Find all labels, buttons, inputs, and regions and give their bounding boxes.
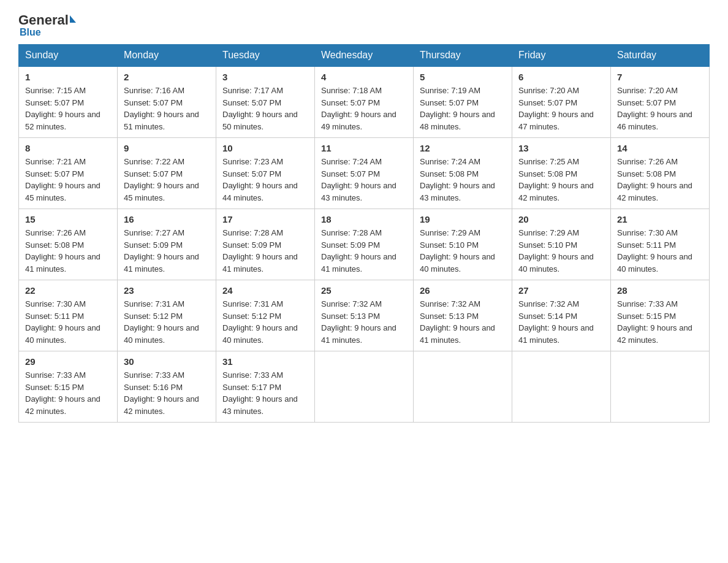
day-number: 20 xyxy=(518,214,604,224)
calendar-cell: 7 Sunrise: 7:20 AMSunset: 5:07 PMDayligh… xyxy=(611,66,710,138)
day-number: 21 xyxy=(617,214,703,224)
calendar-cell: 6 Sunrise: 7:20 AMSunset: 5:07 PMDayligh… xyxy=(512,66,611,138)
week-row-4: 22 Sunrise: 7:30 AMSunset: 5:11 PMDaylig… xyxy=(19,280,710,351)
calendar-cell: 25 Sunrise: 7:32 AMSunset: 5:13 PMDaylig… xyxy=(315,280,414,351)
header-thursday: Thursday xyxy=(414,45,512,67)
day-number: 10 xyxy=(222,143,308,153)
calendar-cell xyxy=(611,351,710,423)
day-info: Sunrise: 7:15 AMSunset: 5:07 PMDaylight:… xyxy=(25,85,111,132)
day-number: 18 xyxy=(321,214,407,224)
day-number: 24 xyxy=(222,285,308,296)
day-number: 5 xyxy=(420,72,506,82)
day-info: Sunrise: 7:16 AMSunset: 5:07 PMDaylight:… xyxy=(124,85,210,132)
day-number: 30 xyxy=(124,356,210,367)
day-number: 1 xyxy=(25,72,111,82)
day-info: Sunrise: 7:17 AMSunset: 5:07 PMDaylight:… xyxy=(222,85,308,132)
calendar-table: SundayMondayTuesdayWednesdayThursdayFrid… xyxy=(18,44,710,423)
day-number: 26 xyxy=(420,285,506,296)
calendar-cell: 30 Sunrise: 7:33 AMSunset: 5:16 PMDaylig… xyxy=(118,351,216,423)
day-number: 22 xyxy=(25,285,111,296)
day-info: Sunrise: 7:21 AMSunset: 5:07 PMDaylight:… xyxy=(25,156,111,204)
day-info: Sunrise: 7:33 AMSunset: 5:16 PMDaylight:… xyxy=(124,369,210,417)
calendar-cell: 10 Sunrise: 7:23 AMSunset: 5:07 PMDaylig… xyxy=(216,138,315,209)
calendar-cell xyxy=(512,351,611,423)
day-info: Sunrise: 7:20 AMSunset: 5:07 PMDaylight:… xyxy=(617,85,703,132)
header-monday: Monday xyxy=(118,45,216,67)
day-number: 6 xyxy=(518,72,604,82)
calendar-cell: 14 Sunrise: 7:26 AMSunset: 5:08 PMDaylig… xyxy=(611,138,710,209)
calendar-cell xyxy=(315,351,414,423)
calendar-cell: 24 Sunrise: 7:31 AMSunset: 5:12 PMDaylig… xyxy=(216,280,315,351)
day-number: 9 xyxy=(124,143,210,153)
calendar-cell: 11 Sunrise: 7:24 AMSunset: 5:07 PMDaylig… xyxy=(315,138,414,209)
day-info: Sunrise: 7:24 AMSunset: 5:08 PMDaylight:… xyxy=(420,156,506,204)
calendar-cell: 21 Sunrise: 7:30 AMSunset: 5:11 PMDaylig… xyxy=(611,209,710,280)
day-info: Sunrise: 7:26 AMSunset: 5:08 PMDaylight:… xyxy=(25,227,111,275)
day-info: Sunrise: 7:32 AMSunset: 5:13 PMDaylight:… xyxy=(420,298,506,346)
calendar-cell: 15 Sunrise: 7:26 AMSunset: 5:08 PMDaylig… xyxy=(19,209,118,280)
day-number: 8 xyxy=(25,143,111,153)
day-info: Sunrise: 7:32 AMSunset: 5:13 PMDaylight:… xyxy=(321,298,407,346)
calendar-cell: 17 Sunrise: 7:28 AMSunset: 5:09 PMDaylig… xyxy=(216,209,315,280)
day-number: 14 xyxy=(617,143,703,153)
calendar-cell: 18 Sunrise: 7:28 AMSunset: 5:09 PMDaylig… xyxy=(315,209,414,280)
day-number: 12 xyxy=(420,143,506,153)
day-info: Sunrise: 7:29 AMSunset: 5:10 PMDaylight:… xyxy=(518,227,604,275)
day-number: 11 xyxy=(321,143,407,153)
week-row-5: 29 Sunrise: 7:33 AMSunset: 5:15 PMDaylig… xyxy=(19,351,710,423)
header-wednesday: Wednesday xyxy=(315,45,414,67)
logo: General Blue xyxy=(18,12,76,38)
calendar-cell: 23 Sunrise: 7:31 AMSunset: 5:12 PMDaylig… xyxy=(118,280,216,351)
week-row-1: 1 Sunrise: 7:15 AMSunset: 5:07 PMDayligh… xyxy=(19,66,710,138)
day-info: Sunrise: 7:28 AMSunset: 5:09 PMDaylight:… xyxy=(321,227,407,275)
calendar-cell: 26 Sunrise: 7:32 AMSunset: 5:13 PMDaylig… xyxy=(414,280,512,351)
day-number: 27 xyxy=(518,285,604,296)
logo-blue-text: Blue xyxy=(18,27,41,38)
day-number: 7 xyxy=(617,72,703,82)
calendar-cell: 19 Sunrise: 7:29 AMSunset: 5:10 PMDaylig… xyxy=(414,209,512,280)
day-info: Sunrise: 7:27 AMSunset: 5:09 PMDaylight:… xyxy=(124,227,210,275)
day-number: 31 xyxy=(222,356,308,367)
weekday-header-row: SundayMondayTuesdayWednesdayThursdayFrid… xyxy=(19,45,710,67)
calendar-cell: 1 Sunrise: 7:15 AMSunset: 5:07 PMDayligh… xyxy=(19,66,118,138)
day-info: Sunrise: 7:32 AMSunset: 5:14 PMDaylight:… xyxy=(518,298,604,346)
logo-general-text: General xyxy=(18,12,69,28)
day-info: Sunrise: 7:26 AMSunset: 5:08 PMDaylight:… xyxy=(617,156,703,204)
day-number: 15 xyxy=(25,214,111,224)
calendar-cell: 29 Sunrise: 7:33 AMSunset: 5:15 PMDaylig… xyxy=(19,351,118,423)
day-info: Sunrise: 7:29 AMSunset: 5:10 PMDaylight:… xyxy=(420,227,506,275)
day-info: Sunrise: 7:30 AMSunset: 5:11 PMDaylight:… xyxy=(617,227,703,275)
header-friday: Friday xyxy=(512,45,611,67)
page-header: General Blue xyxy=(18,12,710,38)
calendar-cell: 22 Sunrise: 7:30 AMSunset: 5:11 PMDaylig… xyxy=(19,280,118,351)
day-number: 3 xyxy=(222,72,308,82)
calendar-cell: 2 Sunrise: 7:16 AMSunset: 5:07 PMDayligh… xyxy=(118,66,216,138)
calendar-cell: 9 Sunrise: 7:22 AMSunset: 5:07 PMDayligh… xyxy=(118,138,216,209)
calendar-cell: 13 Sunrise: 7:25 AMSunset: 5:08 PMDaylig… xyxy=(512,138,611,209)
day-number: 13 xyxy=(518,143,604,153)
day-info: Sunrise: 7:28 AMSunset: 5:09 PMDaylight:… xyxy=(222,227,308,275)
calendar-cell: 12 Sunrise: 7:24 AMSunset: 5:08 PMDaylig… xyxy=(414,138,512,209)
day-info: Sunrise: 7:33 AMSunset: 5:15 PMDaylight:… xyxy=(617,298,703,346)
day-info: Sunrise: 7:22 AMSunset: 5:07 PMDaylight:… xyxy=(124,156,210,204)
calendar-cell: 16 Sunrise: 7:27 AMSunset: 5:09 PMDaylig… xyxy=(118,209,216,280)
header-tuesday: Tuesday xyxy=(216,45,315,67)
day-number: 23 xyxy=(124,285,210,296)
day-info: Sunrise: 7:19 AMSunset: 5:07 PMDaylight:… xyxy=(420,85,506,132)
calendar-cell: 28 Sunrise: 7:33 AMSunset: 5:15 PMDaylig… xyxy=(611,280,710,351)
day-info: Sunrise: 7:31 AMSunset: 5:12 PMDaylight:… xyxy=(222,298,308,346)
day-number: 29 xyxy=(25,356,111,367)
day-info: Sunrise: 7:18 AMSunset: 5:07 PMDaylight:… xyxy=(321,85,407,132)
day-info: Sunrise: 7:33 AMSunset: 5:15 PMDaylight:… xyxy=(25,369,111,417)
header-sunday: Sunday xyxy=(19,45,118,67)
calendar-cell: 20 Sunrise: 7:29 AMSunset: 5:10 PMDaylig… xyxy=(512,209,611,280)
logo-triangle-icon xyxy=(70,15,76,23)
calendar-cell: 3 Sunrise: 7:17 AMSunset: 5:07 PMDayligh… xyxy=(216,66,315,138)
header-saturday: Saturday xyxy=(611,45,710,67)
day-number: 16 xyxy=(124,214,210,224)
calendar-cell: 31 Sunrise: 7:33 AMSunset: 5:17 PMDaylig… xyxy=(216,351,315,423)
day-info: Sunrise: 7:31 AMSunset: 5:12 PMDaylight:… xyxy=(124,298,210,346)
calendar-cell: 27 Sunrise: 7:32 AMSunset: 5:14 PMDaylig… xyxy=(512,280,611,351)
week-row-3: 15 Sunrise: 7:26 AMSunset: 5:08 PMDaylig… xyxy=(19,209,710,280)
day-number: 17 xyxy=(222,214,308,224)
